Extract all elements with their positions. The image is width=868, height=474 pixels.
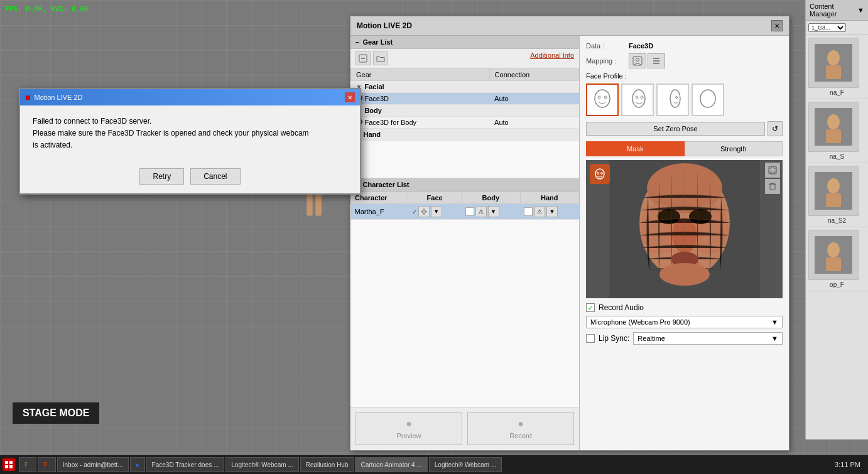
gear-col-header: Gear: [351, 69, 490, 81]
face-mask-icon[interactable]: [590, 164, 610, 184]
taskbar-time: 3:11 PM: [835, 461, 865, 468]
svg-rect-58: [9, 465, 13, 468]
taskbar-webcam2[interactable]: Logitech® Webcam ...: [429, 457, 502, 472]
body-settings-btn[interactable]: ⚠: [475, 206, 487, 217]
additional-info-link[interactable]: Additional Info: [530, 51, 574, 65]
gear-list-section: – Gear List Additional Info: [350, 36, 579, 178]
set-zero-pose-button[interactable]: Set Zero Pose: [586, 122, 765, 136]
cancel-button[interactable]: Cancel: [190, 168, 240, 185]
thumbnail-op-f[interactable]: op_F: [806, 227, 868, 291]
gear-group-facial-label: ▼Facial: [351, 81, 579, 93]
thumb-img-na-f: [808, 38, 859, 88]
lip-sync-label: Lip Sync:: [599, 334, 629, 343]
motion-live-panel: Motion LIVE 2D ✕ – Gear List: [350, 16, 789, 451]
connection-col-header: Connection: [489, 69, 578, 81]
content-manager-title: Content Manager: [810, 3, 857, 18]
hand-check[interactable]: [524, 207, 533, 216]
char-list-header: – Character List: [350, 178, 579, 191]
svg-point-25: [636, 58, 639, 62]
microphone-select[interactable]: Microphone (Webcam Pro 9000) ▼: [586, 316, 783, 328]
cm-dropdown1[interactable]: 1_G3...: [808, 23, 846, 32]
error-dialog: ■ Motion LIVE 2D ✕ Failed to connect to …: [19, 88, 361, 195]
taskbar-webcam1[interactable]: Logitech® Webcam ...: [225, 457, 298, 472]
gear-row-face3d-body[interactable]: Face3D for Body Auto: [351, 117, 579, 129]
retry-button[interactable]: Retry: [139, 168, 184, 185]
record-icon: ●: [518, 418, 524, 429]
taskbar-reallusion[interactable]: Reallusion Hub: [300, 457, 354, 472]
face-check[interactable]: ✓: [412, 208, 417, 215]
thumbnail-na-s2[interactable]: na_S2: [806, 163, 868, 227]
lip-sync-checkbox[interactable]: [586, 334, 595, 343]
lip-sync-dropdown-arrow: ▼: [771, 335, 778, 342]
taskbar: F P Inbox - admin@bett... ● Face3D Track…: [0, 455, 868, 474]
strength-tab[interactable]: Strength: [685, 141, 783, 156]
record-audio-checkbox[interactable]: ✓: [586, 303, 595, 312]
hand-dropdown-btn[interactable]: ▼: [546, 206, 558, 217]
svg-point-34: [641, 96, 643, 99]
mapping-row: Mapping :: [586, 53, 783, 68]
face-profile-front[interactable]: [586, 83, 619, 116]
data-label: Data :: [586, 42, 624, 50]
error-dialog-close-button[interactable]: ✕: [345, 92, 355, 102]
svg-point-19: [422, 210, 425, 213]
gear-group-hand: ▶Hand: [351, 129, 579, 141]
face-profile-side[interactable]: [656, 83, 689, 116]
record-audio-row: ✓ Record Audio: [586, 303, 783, 312]
gear-row-face3d[interactable]: Face3D Auto: [351, 93, 579, 105]
zoom-in-button[interactable]: [765, 163, 780, 178]
face-3d-svg: [609, 160, 760, 298]
svg-point-36: [676, 97, 678, 99]
record-button[interactable]: ● Record: [467, 412, 574, 445]
gear-group-hand-label: ▶Hand: [351, 129, 579, 141]
thumbnail-na-s[interactable]: na_S: [806, 99, 868, 163]
gear-group-facial: ▼Facial: [351, 81, 579, 93]
face-dropdown-btn[interactable]: ▼: [431, 206, 442, 217]
error-line2: Please make sure the Face3D Tracker is o…: [33, 129, 309, 137]
svg-point-29: [595, 90, 610, 107]
webcam2-label: Logitech® Webcam ...: [435, 461, 496, 468]
taskbar-browser[interactable]: ●: [130, 457, 145, 472]
gear-list-collapse[interactable]: –: [355, 39, 359, 46]
hand-settings-btn[interactable]: ⚠: [534, 206, 545, 217]
thumbnail-na-f[interactable]: na_F: [806, 35, 868, 99]
lip-sync-select[interactable]: Realtime ▼: [633, 332, 783, 345]
svg-point-6: [827, 50, 840, 65]
face-profile-back[interactable]: [692, 83, 724, 116]
body-dropdown-btn[interactable]: ▼: [488, 206, 499, 217]
char-row-martha-f[interactable]: Martha_F ✓: [351, 204, 579, 220]
face-profile-three-quarter[interactable]: [621, 83, 654, 116]
gear-face3d-body-name: Face3D for Body: [351, 117, 490, 129]
content-manager-expand[interactable]: ▼: [857, 6, 864, 14]
taskbar-face3d[interactable]: Face3D Tracker does ...: [146, 457, 225, 472]
gear-face3d-name: Face3D: [351, 93, 490, 105]
map-btn-face[interactable]: [629, 53, 646, 68]
svg-point-9: [827, 114, 840, 129]
svg-point-38: [595, 169, 604, 179]
svg-point-15: [827, 242, 840, 257]
folder-button[interactable]: [373, 51, 388, 65]
body-check[interactable]: [465, 207, 474, 216]
motion-live-close-button[interactable]: ✕: [771, 20, 783, 31]
char-martha-hand: ⚠ ▼: [520, 204, 578, 220]
svg-rect-51: [769, 166, 776, 174]
error-text: Failed to connect to Face3D server. Plea…: [33, 116, 347, 152]
preview-button[interactable]: ● Preview: [355, 412, 462, 445]
mic-dropdown-arrow: ▼: [771, 318, 778, 326]
thumb-label-na-s: na_S: [808, 153, 865, 160]
taskbar-powerpoint[interactable]: P: [38, 457, 56, 472]
delete-button[interactable]: [765, 179, 780, 194]
start-button[interactable]: [3, 458, 15, 471]
taskbar-filezilla[interactable]: F: [19, 457, 36, 472]
add-gear-button[interactable]: [355, 51, 371, 65]
char-col-face: Face: [408, 192, 462, 204]
mask-tab[interactable]: Mask: [586, 141, 685, 156]
taskbar-inbox[interactable]: Inbox - admin@bett...: [57, 457, 129, 472]
lip-sync-row: Lip Sync: Realtime ▼: [586, 332, 783, 345]
taskbar-cartoon-animator[interactable]: Cartoon Animator 4 ...: [355, 457, 427, 472]
face-settings-btn[interactable]: [418, 206, 430, 217]
map-btn-list[interactable]: [648, 53, 665, 68]
gear-face3d-connection: Auto: [489, 93, 578, 105]
reset-pose-button[interactable]: ↺: [768, 121, 783, 136]
fps-display: FPS: 0.00, AVG: 0.00: [5, 5, 88, 13]
thumb-img-na-s2: [808, 166, 859, 216]
